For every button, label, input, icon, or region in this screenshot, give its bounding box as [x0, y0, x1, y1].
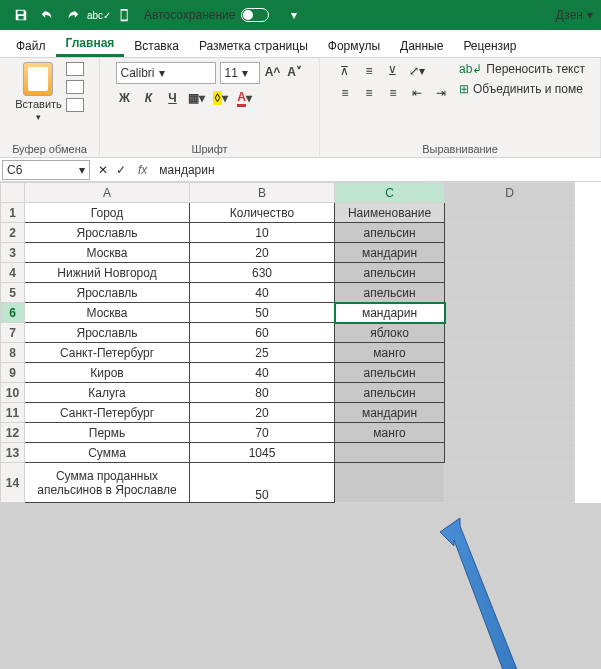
cell[interactable]: 630 [190, 263, 335, 283]
cell[interactable]: апельсин [335, 223, 445, 243]
cell[interactable] [445, 223, 575, 243]
cell[interactable]: Город [25, 203, 190, 223]
cell[interactable]: 40 [190, 283, 335, 303]
bold-button[interactable]: Ж [116, 88, 134, 108]
fx-icon[interactable]: fx [132, 163, 153, 177]
col-header-c[interactable]: C [335, 183, 445, 203]
decrease-font-icon[interactable]: A˅ [286, 62, 304, 82]
cell[interactable]: Сумма [25, 443, 190, 463]
cell[interactable] [445, 423, 575, 443]
cell[interactable]: 80 [190, 383, 335, 403]
cell[interactable]: 50 [190, 463, 335, 503]
increase-font-icon[interactable]: A^ [264, 62, 282, 82]
cut-icon[interactable] [66, 62, 84, 76]
cell[interactable]: мандарин [335, 403, 445, 423]
cell[interactable]: 20 [190, 403, 335, 423]
switch-icon[interactable] [241, 8, 269, 22]
worksheet-grid[interactable]: A B C D 1 Город Количество Наименование … [0, 182, 575, 503]
cell[interactable]: Калуга [25, 383, 190, 403]
cell[interactable]: апельсин [335, 383, 445, 403]
empty-grid-area[interactable] [0, 503, 601, 669]
cell[interactable]: апельсин [335, 283, 445, 303]
cell[interactable] [445, 343, 575, 363]
name-box[interactable]: C6▾ [2, 160, 90, 180]
italic-button[interactable]: К [140, 88, 158, 108]
row-header[interactable]: 5 [1, 283, 25, 303]
underline-button[interactable]: Ч [164, 88, 182, 108]
undo-icon[interactable] [34, 2, 60, 28]
cell[interactable]: апельсин [335, 363, 445, 383]
cell[interactable]: Сумма проданных апельсинов в Ярославле [25, 463, 190, 503]
cell[interactable] [445, 363, 575, 383]
formula-input[interactable] [153, 161, 601, 179]
row-header[interactable]: 13 [1, 443, 25, 463]
cell[interactable]: мандарин [335, 243, 445, 263]
row-header[interactable]: 9 [1, 363, 25, 383]
wrap-text-button[interactable]: ab↲ Переносить текст [459, 62, 585, 76]
tab-review[interactable]: Рецензир [453, 35, 526, 57]
tab-data[interactable]: Данные [390, 35, 453, 57]
align-center-icon[interactable]: ≡ [359, 84, 379, 102]
indent-decrease-icon[interactable]: ⇤ [407, 84, 427, 102]
cell[interactable]: Москва [25, 303, 190, 323]
row-header[interactable]: 12 [1, 423, 25, 443]
cell[interactable]: 20 [190, 243, 335, 263]
user-menu[interactable]: Дзен ▾ [556, 8, 593, 22]
align-bottom-icon[interactable]: ⊻ [383, 62, 403, 80]
row-header[interactable]: 6 [1, 303, 25, 323]
select-all-corner[interactable] [1, 183, 25, 203]
cell[interactable]: Ярославль [25, 223, 190, 243]
accept-formula-icon[interactable]: ✓ [116, 163, 126, 177]
border-button[interactable]: ▦▾ [188, 88, 206, 108]
qat-dropdown-icon[interactable]: ▾ [281, 2, 307, 28]
touch-mode-icon[interactable] [112, 2, 138, 28]
cell[interactable] [335, 443, 445, 463]
cell[interactable]: 25 [190, 343, 335, 363]
tab-file[interactable]: Файл [6, 35, 56, 57]
row-header[interactable]: 7 [1, 323, 25, 343]
cell[interactable]: Ярославль [25, 323, 190, 343]
font-name-select[interactable]: Calibri▾ [116, 62, 216, 84]
row-header[interactable]: 10 [1, 383, 25, 403]
tab-home[interactable]: Главная [56, 32, 125, 57]
cell[interactable]: Пермь [25, 423, 190, 443]
cancel-formula-icon[interactable]: ✕ [98, 163, 108, 177]
cell[interactable]: Санкт-Петербург [25, 343, 190, 363]
cell[interactable]: 60 [190, 323, 335, 343]
cell[interactable]: апельсин [335, 263, 445, 283]
font-size-select[interactable]: 11▾ [220, 62, 260, 84]
cell[interactable]: Москва [25, 243, 190, 263]
cell-active[interactable]: мандарин [335, 303, 445, 323]
cell[interactable]: 10 [190, 223, 335, 243]
save-icon[interactable] [8, 2, 34, 28]
font-color-button[interactable]: А▾ [236, 88, 254, 108]
cell[interactable] [445, 283, 575, 303]
row-header[interactable]: 14 [1, 463, 25, 503]
row-header[interactable]: 1 [1, 203, 25, 223]
cell[interactable] [445, 463, 575, 503]
format-painter-icon[interactable] [66, 98, 84, 112]
cell[interactable]: Количество [190, 203, 335, 223]
col-header-a[interactable]: A [25, 183, 190, 203]
spellcheck-icon[interactable]: abc✓ [86, 2, 112, 28]
cell[interactable]: Киров [25, 363, 190, 383]
cell[interactable] [445, 243, 575, 263]
cell[interactable]: Ярославль [25, 283, 190, 303]
cell[interactable] [445, 203, 575, 223]
align-top-icon[interactable]: ⊼ [335, 62, 355, 80]
cell[interactable]: 50 [190, 303, 335, 323]
tab-layout[interactable]: Разметка страницы [189, 35, 318, 57]
cell[interactable]: Санкт-Петербург [25, 403, 190, 423]
cell[interactable]: Нижний Новгород [25, 263, 190, 283]
cell[interactable] [445, 403, 575, 423]
redo-icon[interactable] [60, 2, 86, 28]
row-header[interactable]: 8 [1, 343, 25, 363]
align-right-icon[interactable]: ≡ [383, 84, 403, 102]
cell[interactable]: 40 [190, 363, 335, 383]
cell[interactable]: Наименование [335, 203, 445, 223]
cell[interactable] [445, 443, 575, 463]
cell[interactable] [445, 303, 575, 323]
row-header[interactable]: 3 [1, 243, 25, 263]
row-header[interactable]: 4 [1, 263, 25, 283]
orientation-icon[interactable]: ⤢▾ [407, 62, 427, 80]
